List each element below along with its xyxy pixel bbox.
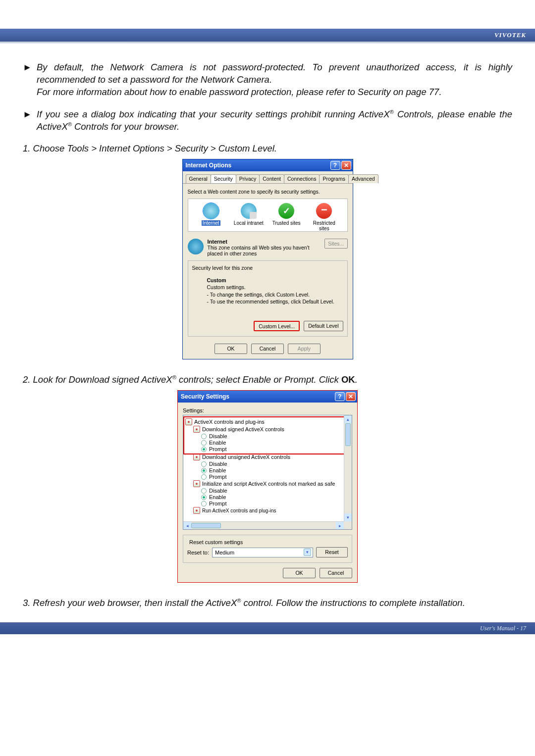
radio-prompt[interactable]: Prompt bbox=[201, 446, 352, 453]
step-2b: controls; select Enable or Prompt. Click bbox=[176, 374, 341, 385]
reset-to-select[interactable]: Medium ▾ bbox=[212, 548, 313, 557]
tab-security[interactable]: Security bbox=[211, 174, 236, 183]
help-icon[interactable]: ? bbox=[330, 161, 340, 170]
cancel-button[interactable]: Cancel bbox=[251, 344, 284, 354]
bullet-2-text: If you see a dialog box indicating that … bbox=[37, 108, 512, 133]
scroll-thumb[interactable] bbox=[191, 523, 221, 528]
radio-icon bbox=[201, 474, 207, 480]
zone-trusted-sites[interactable]: Trusted sites bbox=[268, 203, 305, 231]
step-2-ok: OK bbox=[341, 374, 355, 385]
dialog-titlebar[interactable]: Internet Options ? ✕ bbox=[183, 159, 353, 171]
tree-item: ●Download signed ActiveX controls bbox=[193, 426, 352, 433]
radio-icon bbox=[201, 501, 207, 506]
opt-enable: Enable bbox=[209, 494, 226, 500]
tab-programs[interactable]: Programs bbox=[319, 174, 349, 183]
zone-local-label: Local intranet bbox=[230, 220, 268, 226]
radio-icon bbox=[201, 447, 207, 452]
zone-local-intranet[interactable]: Local intranet bbox=[230, 203, 268, 231]
step-3: 3. Refresh your web browser, then instal… bbox=[23, 598, 512, 608]
bullet-1b: For more information about how to enable… bbox=[37, 87, 442, 97]
close-icon[interactable]: ✕ bbox=[346, 392, 356, 401]
tab-privacy[interactable]: Privacy bbox=[236, 174, 260, 183]
chevron-down-icon[interactable]: ▾ bbox=[304, 549, 311, 556]
radio-enable[interactable]: Enable bbox=[201, 467, 352, 474]
scroll-corner bbox=[344, 521, 352, 529]
custom-title: Custom bbox=[207, 277, 343, 284]
zone-instruction: Select a Web content zone to specify its… bbox=[188, 189, 348, 195]
opt-disable: Disable bbox=[209, 488, 227, 494]
tab-connections[interactable]: Connections bbox=[284, 174, 320, 183]
opt-disable: Disable bbox=[209, 461, 227, 467]
step-2: 2. Look for Download signed ActiveX® con… bbox=[23, 374, 512, 385]
dialog-footer-buttons: OK Cancel Apply bbox=[183, 339, 353, 359]
horizontal-scrollbar[interactable]: ◂ ▸ bbox=[183, 521, 344, 529]
zone-restricted-label2: sites bbox=[305, 226, 343, 231]
scroll-thumb[interactable] bbox=[345, 423, 351, 446]
zone-internet[interactable]: Internet bbox=[192, 203, 230, 231]
reset-button[interactable]: Reset bbox=[316, 547, 348, 557]
tab-content[interactable]: Content bbox=[259, 174, 284, 183]
close-icon[interactable]: ✕ bbox=[341, 161, 351, 170]
default-level-button[interactable]: Default Level bbox=[304, 321, 343, 331]
zone-description: Internet This zone contains all Web site… bbox=[188, 239, 348, 256]
tab-general[interactable]: General bbox=[186, 174, 211, 183]
dialog-title: Internet Options bbox=[186, 162, 232, 169]
scroll-right-icon[interactable]: ▸ bbox=[336, 522, 344, 530]
bullet-2a: If you see a dialog box indicating that … bbox=[37, 109, 389, 119]
step-1: 1. Choose Tools > Internet Options > Sec… bbox=[23, 143, 512, 154]
radio-disable[interactable]: Disable bbox=[201, 433, 352, 440]
footer-text: User's Manual - 17 bbox=[480, 625, 526, 632]
radio-enable[interactable]: Enable bbox=[201, 494, 352, 501]
bullet-arrow-icon: ► bbox=[23, 108, 37, 133]
radio-prompt[interactable]: Prompt bbox=[201, 501, 352, 507]
ok-button[interactable]: OK bbox=[283, 568, 316, 578]
ok-button[interactable]: OK bbox=[214, 344, 247, 354]
reset-custom-group: Reset custom settings Reset to: Medium ▾… bbox=[183, 535, 352, 563]
cancel-button[interactable]: Cancel bbox=[320, 568, 352, 578]
bullet-arrow-icon: ► bbox=[23, 61, 37, 99]
radio-icon bbox=[201, 495, 207, 500]
page-footer: User's Manual - 17 bbox=[0, 622, 535, 634]
radio-disable[interactable]: Disable bbox=[201, 461, 352, 467]
item-run-activex: Run ActiveX controls and plug-ins bbox=[202, 508, 276, 513]
zone-restricted-sites[interactable]: Restricted sites bbox=[305, 203, 343, 231]
page-header: VIVOTEK bbox=[0, 29, 535, 42]
apply-button: Apply bbox=[288, 344, 321, 354]
radio-icon bbox=[201, 434, 207, 439]
tree-category: ●ActiveX controls and plug-ins bbox=[185, 418, 352, 426]
step-2a: 2. Look for Download signed ActiveX bbox=[23, 374, 172, 385]
scroll-down-icon[interactable]: ▾ bbox=[344, 513, 352, 521]
custom-level-button[interactable]: Custom Level... bbox=[254, 321, 300, 331]
tree-item-cut: ●Run ActiveX controls and plug-ins bbox=[193, 507, 352, 514]
reset-to-value: Medium bbox=[215, 550, 234, 555]
tree-item: ●Download unsigned ActiveX controls bbox=[193, 454, 352, 461]
scroll-left-icon[interactable]: ◂ bbox=[183, 522, 191, 530]
settings-label: Settings: bbox=[183, 407, 352, 413]
item-download-signed: Download signed ActiveX controls bbox=[202, 426, 284, 432]
security-level-title: Security level for this zone bbox=[192, 265, 343, 271]
vertical-scrollbar[interactable]: ▴ ▾ bbox=[344, 415, 352, 521]
page-content: ► By default, the Network Camera is not … bbox=[0, 44, 535, 618]
dialog-tabs: General Security Privacy Content Connect… bbox=[183, 171, 353, 184]
brand-label: VIVOTEK bbox=[494, 31, 526, 39]
custom-line1: Custom settings. bbox=[207, 284, 343, 291]
radio-enable[interactable]: Enable bbox=[201, 440, 352, 446]
item-initialize-script: Initialize and script ActiveX controls n… bbox=[202, 481, 335, 487]
tab-advanced[interactable]: Advanced bbox=[348, 174, 378, 183]
help-icon[interactable]: ? bbox=[335, 392, 345, 401]
activex-icon: ● bbox=[193, 426, 200, 433]
radio-prompt[interactable]: Prompt bbox=[201, 474, 352, 480]
dialog-titlebar[interactable]: Security Settings ? ✕ bbox=[178, 391, 357, 403]
radio-icon bbox=[201, 440, 207, 446]
cat-activex: ActiveX controls and plug-ins bbox=[194, 419, 265, 425]
radio-icon bbox=[201, 468, 207, 473]
radio-disable[interactable]: Disable bbox=[201, 488, 352, 494]
bullet-1: ► By default, the Network Camera is not … bbox=[23, 61, 512, 99]
security-settings-dialog: Security Settings ? ✕ Settings: ●ActiveX… bbox=[177, 390, 358, 583]
globe-icon bbox=[203, 203, 219, 219]
settings-tree[interactable]: ●ActiveX controls and plug-ins ●Download… bbox=[183, 415, 352, 530]
step-3b: control. Follow the instructions to comp… bbox=[241, 598, 465, 608]
radio-icon bbox=[201, 461, 207, 467]
scroll-up-icon[interactable]: ▴ bbox=[344, 415, 352, 423]
zone-internet-label: Internet bbox=[202, 220, 220, 226]
